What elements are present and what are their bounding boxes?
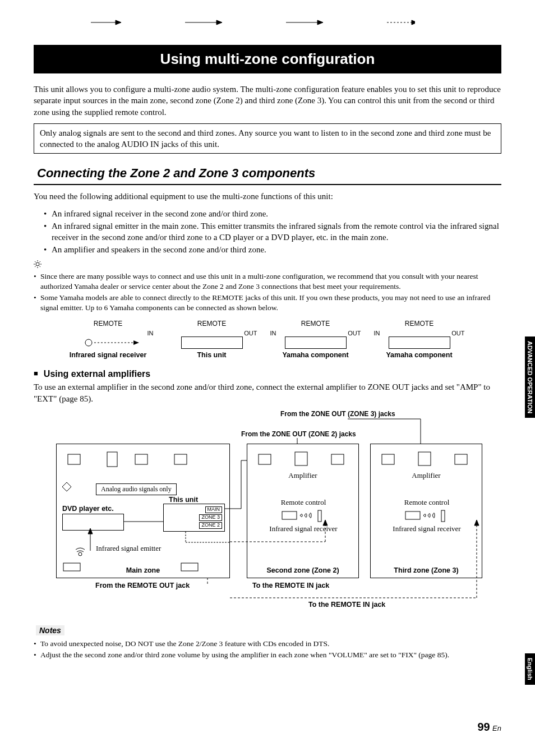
svg-rect-35: [331, 454, 344, 464]
zone3-jacks-label: From the ZONE OUT (ZONE 3) jacks: [280, 410, 395, 418]
tip-bullets: Since there are many possible ways to co…: [34, 271, 501, 314]
need-text: You need the following additional equipm…: [34, 191, 501, 202]
list-item: An infrared signal receiver in the secon…: [44, 208, 501, 219]
svg-rect-38: [382, 454, 394, 464]
zone2-jacks-label: From the ZONE OUT (ZONE 2) jacks: [241, 430, 356, 438]
svg-rect-22: [107, 452, 117, 467]
list-item: An infrared signal emitter in the main z…: [44, 220, 501, 243]
sub-text: To use an external amplifier in the seco…: [34, 381, 501, 404]
remote-label: REMOTE: [268, 320, 363, 328]
zone3-label-title: Third zone (Zone 3): [371, 566, 482, 574]
tip-icon: [34, 260, 501, 270]
svg-marker-13: [116, 20, 121, 25]
svg-marker-15: [216, 20, 222, 25]
amplifier-label: Amplifier: [247, 471, 358, 480]
diagram-caption: Yamaha component: [372, 351, 467, 359]
main-zone-label: Main zone: [57, 566, 229, 574]
svg-line-7: [35, 266, 36, 267]
main-label: MAIN: [205, 506, 223, 513]
main-zone-box: Analog audio signals only This unit MAIN…: [56, 444, 230, 578]
svg-line-5: [35, 261, 36, 262]
remote-label: REMOTE: [61, 320, 156, 328]
zone2-box: Amplifier Remote control Infrared signal…: [247, 444, 359, 578]
svg-rect-23: [174, 454, 187, 464]
diagram-caption: Yamaha component: [268, 351, 363, 359]
out-label: OUT: [451, 330, 464, 336]
zone3-label: ZONE 3: [199, 514, 222, 521]
svg-rect-36: [282, 511, 297, 519]
notes-bullets: To avoid unexpected noise, DO NOT use th…: [34, 639, 501, 660]
list-item: An amplifier and speakers in the second …: [44, 244, 501, 255]
intro-text: This unit allows you to configure a mult…: [34, 84, 501, 118]
amplifier-label: Amplifier: [371, 471, 482, 480]
analog-label: Analog audio signals only: [96, 483, 177, 495]
remote-control-label: Remote control: [388, 498, 466, 507]
square-bullet-icon: ■: [34, 369, 38, 377]
sub-heading: ■Using external amplifiers: [34, 369, 501, 379]
svg-rect-39: [418, 452, 431, 465]
from-remote-out-label: From the REMOTE OUT jack: [95, 582, 190, 589]
remote-control-label: Remote control: [264, 498, 343, 507]
ir-receiver-label: Infrared signal receiver: [388, 525, 466, 533]
component-box: [389, 336, 450, 349]
tab-advanced-operation: ADVANCED OPERATION: [525, 336, 535, 418]
dvd-box: [62, 514, 124, 531]
boxed-note: Only analog signals are sent to the seco…: [34, 123, 501, 154]
remote-chain-diagram: REMOTE IN Infrared signal receiver REMOT…: [56, 320, 471, 359]
zone-diagram: From the ZONE OUT (ZONE 3) jacks From th…: [34, 410, 501, 612]
svg-point-9: [85, 339, 92, 346]
to-remote-in-label: To the REMOTE IN jack: [252, 582, 329, 589]
svg-marker-11: [133, 340, 139, 345]
page-num-suffix: En: [492, 724, 501, 732]
svg-rect-42: [441, 510, 445, 522]
svg-rect-37: [318, 510, 321, 522]
in-label: IN: [147, 330, 154, 336]
svg-point-0: [36, 262, 39, 266]
zone2-label: ZONE 2: [199, 522, 222, 529]
in-label: IN: [374, 330, 380, 336]
sub-heading-text: Using external amplifiers: [44, 369, 150, 379]
ir-emitter-label: Infrared signal emitter: [96, 544, 161, 553]
notes-label: Notes: [36, 625, 64, 635]
out-label: OUT: [348, 330, 361, 336]
in-label: IN: [270, 330, 276, 336]
zone2-label-title: Second zone (Zone 2): [247, 566, 358, 574]
this-unit-label: This unit: [169, 496, 198, 504]
list-item: Adjust the the second zone and/or third …: [34, 650, 501, 660]
tab-english: English: [525, 653, 535, 685]
component-box: [285, 336, 347, 349]
svg-point-25: [79, 552, 82, 556]
svg-line-6: [40, 266, 41, 267]
need-bullets: An infrared signal receiver in the secon…: [34, 208, 501, 256]
remote-label: REMOTE: [372, 320, 467, 328]
this-unit-box: MAIN ZONE 3 ZONE 2: [163, 504, 225, 532]
ir-receiver-label: Infrared signal receiver: [264, 525, 343, 533]
svg-rect-34: [295, 452, 307, 465]
svg-rect-20: [68, 454, 80, 464]
zone3-box: Amplifier Remote control Infrared signal…: [370, 444, 482, 578]
list-item: To avoid unexpected noise, DO NOT use th…: [34, 639, 501, 649]
svg-rect-40: [455, 454, 467, 464]
unit-box: [181, 336, 243, 349]
side-tabs: ADVANCED OPERATION English: [525, 336, 535, 685]
dvd-label: DVD player etc.: [62, 505, 114, 513]
out-label: OUT: [244, 330, 257, 336]
svg-marker-19: [412, 20, 415, 25]
section-heading: Connecting the Zone 2 and Zone 3 compone…: [34, 164, 501, 185]
svg-marker-17: [317, 20, 323, 25]
list-item: Since there are many possible ways to co…: [34, 271, 501, 292]
page-num-value: 99: [477, 721, 490, 733]
to-remote-in-label-2: To the REMOTE IN jack: [308, 601, 385, 609]
svg-rect-33: [259, 454, 271, 464]
remote-label: REMOTE: [164, 320, 260, 328]
page-number: 99 En: [477, 721, 501, 734]
diagram-caption: This unit: [164, 351, 260, 359]
svg-rect-41: [405, 511, 420, 519]
svg-marker-24: [62, 482, 71, 491]
page-title: Using multi-zone configuration: [34, 45, 501, 73]
diagram-caption: Infrared signal receiver: [61, 351, 156, 359]
svg-rect-21: [135, 454, 147, 464]
svg-line-8: [40, 261, 41, 262]
list-item: Some Yamaha models are able to connect d…: [34, 293, 501, 313]
